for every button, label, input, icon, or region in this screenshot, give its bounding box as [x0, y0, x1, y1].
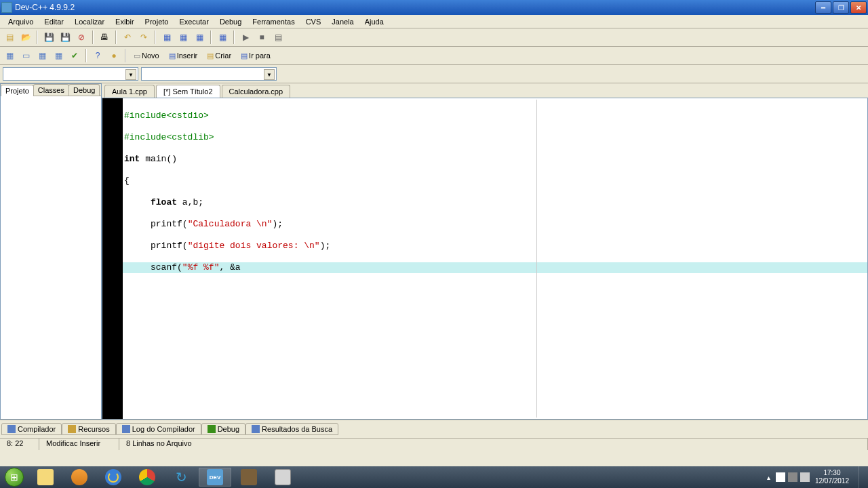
save-all-icon[interactable]: 💾 — [58, 30, 72, 44]
profile-icon[interactable]: ▤ — [271, 30, 285, 44]
save-icon[interactable]: 💾 — [42, 30, 56, 44]
rebuild-icon[interactable]: ▦ — [216, 30, 229, 44]
show-desktop-button[interactable] — [859, 466, 865, 488]
taskbar-app-7[interactable] — [233, 468, 265, 487]
novo-button[interactable]: ▭Novo — [130, 49, 163, 62]
editor-gutter — [102, 98, 123, 419]
status-lines: 8 Linhas no Arquivo — [119, 439, 868, 450]
file-tab-calculadora[interactable]: Calculadora.cpp — [222, 85, 291, 98]
tray-network-icon[interactable] — [788, 472, 797, 482]
taskbar-app-8[interactable] — [267, 468, 299, 487]
titlebar: Dev-C++ 4.9.9.2 ━ ❐ ✕ — [0, 0, 868, 15]
toolbar-2: ▦ ▭ ▦ ▦ ✔ ? ● ▭Novo ▤Inserir ▤Criar ▤Ir … — [0, 47, 868, 65]
irpara-button[interactable]: ▤Ir para — [237, 49, 274, 62]
bottom-tab-log[interactable]: Log do Compilador — [116, 423, 201, 435]
taskbar-media[interactable] — [63, 468, 96, 487]
compile-icon[interactable]: ▦ — [160, 30, 174, 44]
info-icon[interactable]: ● — [107, 49, 121, 62]
tb2-icon-3[interactable]: ▦ — [35, 49, 49, 62]
close-file-icon[interactable]: ⊘ — [75, 30, 88, 44]
compile-run-icon[interactable]: ▦ — [193, 30, 206, 44]
tb2-icon-2[interactable]: ▭ — [19, 49, 33, 62]
maximize-button[interactable]: ❐ — [833, 1, 849, 14]
main-area: Projeto Classes Debug Aula 1.cpp [*] Sem… — [0, 83, 868, 420]
close-button[interactable]: ✕ — [850, 1, 867, 14]
side-tab-projeto[interactable]: Projeto — [1, 85, 34, 96]
run-icon[interactable]: ▦ — [176, 30, 190, 44]
code-editor[interactable]: #include<cstdio> #include<cstdlib> int m… — [102, 98, 868, 420]
system-tray: ▴ 17:30 12/07/2012 — [767, 466, 868, 488]
side-tab-debug[interactable]: Debug — [68, 84, 100, 96]
app-icon — [1, 2, 12, 13]
minimize-button[interactable]: ━ — [815, 1, 831, 14]
help-icon[interactable]: ? — [91, 49, 104, 62]
debug-run-icon[interactable]: ▶ — [239, 30, 252, 44]
menu-janela[interactable]: Janela — [326, 16, 359, 26]
toolbar-3 — [0, 65, 868, 83]
menu-cvs[interactable]: CVS — [300, 16, 327, 26]
menu-projeto[interactable]: Projeto — [140, 16, 174, 26]
menu-localizar[interactable]: Localizar — [69, 16, 110, 26]
menu-debug[interactable]: Debug — [214, 16, 247, 26]
taskbar-refresh[interactable]: ↻ — [165, 468, 197, 487]
print-icon[interactable]: 🖶 — [98, 30, 111, 44]
redo-icon[interactable]: ↷ — [137, 30, 151, 44]
statusbar: 8: 22 Modificac Inserir 8 Linhas no Arqu… — [0, 438, 868, 450]
start-button[interactable]: ⊞ — [0, 466, 28, 488]
taskbar: ⊞ ↻ DEV ▴ 17:30 12/07/2012 — [0, 466, 868, 488]
code-area[interactable]: #include<cstdio> #include<cstdlib> int m… — [123, 98, 867, 419]
combo-1[interactable] — [3, 67, 138, 81]
file-tab-semtitulo2[interactable]: [*] Sem Título2 — [156, 85, 220, 98]
tb2-icon-1[interactable]: ▦ — [3, 49, 16, 62]
menu-arquivo[interactable]: Arquivo — [3, 16, 39, 26]
bottom-tab-recursos[interactable]: Recursos — [62, 423, 115, 435]
criar-button[interactable]: ▤Criar — [203, 49, 235, 62]
windows-logo-icon: ⊞ — [5, 468, 24, 487]
combo-2[interactable] — [141, 67, 277, 81]
window-title: Dev-C++ 4.9.9.2 — [15, 3, 815, 12]
bottom-tabs: Compilador Recursos Log do Compilador De… — [0, 420, 868, 438]
menu-ferramentas[interactable]: Ferramentas — [247, 16, 300, 26]
bottom-tab-resultados[interactable]: Resultados da Busca — [245, 423, 338, 435]
tray-flag-icon[interactable] — [776, 472, 785, 482]
file-tab-aula1[interactable]: Aula 1.cpp — [104, 85, 155, 98]
debug-stop-icon[interactable]: ■ — [255, 30, 269, 44]
inserir-button[interactable]: ▤Inserir — [165, 49, 201, 62]
bottom-tab-compilador[interactable]: Compilador — [1, 423, 62, 435]
taskbar-clock[interactable]: 17:30 12/07/2012 — [815, 469, 849, 485]
menu-exibir[interactable]: Exibir — [110, 16, 140, 26]
menu-executar[interactable]: Executar — [174, 16, 214, 26]
new-file-icon[interactable]: ▤ — [3, 30, 16, 44]
tray-show-hidden-icon[interactable]: ▴ — [767, 474, 770, 481]
side-tab-classes[interactable]: Classes — [33, 84, 69, 96]
bottom-tab-debug[interactable]: Debug — [201, 423, 245, 435]
tb2-icon-4[interactable]: ▦ — [52, 49, 65, 62]
check-icon[interactable]: ✔ — [68, 49, 81, 62]
open-icon[interactable]: 📂 — [19, 30, 33, 44]
taskbar-chrome[interactable] — [131, 468, 163, 487]
status-position: 8: 22 — [0, 439, 39, 450]
side-panel: Projeto Classes Debug — [0, 83, 102, 420]
menubar: Arquivo Editar Localizar Exibir Projeto … — [0, 15, 868, 28]
editor-area: Aula 1.cpp [*] Sem Título2 Calculadora.c… — [102, 83, 868, 420]
taskbar-explorer[interactable] — [29, 468, 62, 487]
status-mode: Modificac Inserir — [39, 439, 119, 450]
menu-ajuda[interactable]: Ajuda — [359, 16, 389, 26]
tray-volume-icon[interactable] — [800, 472, 810, 482]
side-tabs: Projeto Classes Debug — [1, 84, 101, 96]
taskbar-devcpp[interactable]: DEV — [199, 468, 231, 487]
toolbar-1: ▤ 📂 💾 💾 ⊘ 🖶 ↶ ↷ ▦ ▦ ▦ ▦ ▶ ■ ▤ — [0, 28, 868, 47]
menu-editar[interactable]: Editar — [39, 16, 69, 26]
side-panel-content — [1, 96, 101, 419]
undo-icon[interactable]: ↶ — [121, 30, 134, 44]
window-controls: ━ ❐ ✕ — [815, 1, 867, 14]
taskbar-ie[interactable] — [97, 468, 130, 487]
file-tabs: Aula 1.cpp [*] Sem Título2 Calculadora.c… — [102, 83, 868, 98]
